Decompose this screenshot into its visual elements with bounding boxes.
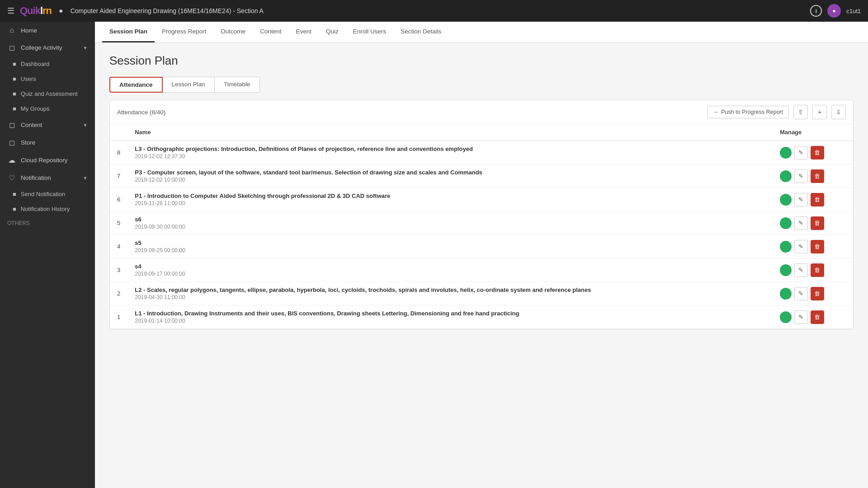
download-button[interactable]: ⇩ <box>831 105 846 119</box>
tab-session-plan[interactable]: Session Plan <box>102 22 155 42</box>
session-name-cell: s52019-09-25 00:00:00 <box>127 235 773 258</box>
cloud-icon: ☁ <box>7 156 16 164</box>
row-number: 3 <box>110 258 127 282</box>
table-row: 7P3 - Computer screen, layout of the sof… <box>110 164 853 188</box>
tab-outcome[interactable]: Outcome <box>213 22 253 42</box>
tab-section-details[interactable]: Section Details <box>393 22 448 42</box>
search-icon[interactable]: ● <box>59 7 63 15</box>
manage-buttons: ✎🗑 <box>780 146 846 160</box>
edit-button[interactable]: ✎ <box>794 263 808 277</box>
subtab-timetable[interactable]: Timetable <box>214 77 260 93</box>
sidebar-notification-label: Notification <box>21 174 78 181</box>
sidebar-college-activity[interactable]: ◻ College Activity ▼ <box>0 39 95 56</box>
edit-button[interactable]: ✎ <box>794 216 808 230</box>
page-title: Session Plan <box>109 54 854 68</box>
subtab-attendance[interactable]: Attendance <box>109 77 163 93</box>
status-indicator[interactable] <box>780 217 792 229</box>
delete-button[interactable]: 🗑 <box>811 216 824 230</box>
send-icon: ■ <box>13 191 16 197</box>
logo: Quiklrn <box>20 5 52 17</box>
delete-button[interactable]: 🗑 <box>811 193 824 206</box>
sidebar-notification[interactable]: ♡ Notification ▼ <box>0 169 95 187</box>
edit-button[interactable]: ✎ <box>794 287 808 300</box>
content-chevron-icon: ▼ <box>83 122 88 128</box>
avatar[interactable]: ● <box>827 4 841 18</box>
edit-button[interactable]: ✎ <box>794 240 808 253</box>
manage-cell: ✎🗑 <box>773 188 853 211</box>
status-indicator[interactable] <box>780 147 792 159</box>
delete-button[interactable]: 🗑 <box>811 263 824 277</box>
tab-event[interactable]: Event <box>288 22 319 42</box>
session-date: 2019-12-02 12:37:30 <box>135 153 765 160</box>
quiz-icon: ■ <box>13 90 16 97</box>
delete-button[interactable]: 🗑 <box>811 240 824 253</box>
sidebar-content[interactable]: ◻ Content ▼ <box>0 116 95 134</box>
manage-buttons: ✎🗑 <box>780 263 846 277</box>
sidebar-item-store[interactable]: ◻ Store <box>0 134 95 151</box>
delete-button[interactable]: 🗑 <box>811 169 824 183</box>
subtab-lesson-plan[interactable]: Lesson Plan <box>162 77 215 93</box>
logo-quik: Quik <box>20 5 40 16</box>
sidebar-item-cloud[interactable]: ☁ Cloud Repository <box>0 151 95 169</box>
manage-buttons: ✎🗑 <box>780 216 846 230</box>
attendance-header: Attendance (8/40) → Push to Progress Rep… <box>110 100 853 124</box>
tab-content[interactable]: Content <box>253 22 288 42</box>
edit-button[interactable]: ✎ <box>794 193 808 206</box>
manage-buttons: ✎🗑 <box>780 310 846 324</box>
manage-buttons: ✎🗑 <box>780 287 846 300</box>
sidebar-item-home[interactable]: ⌂ Home <box>0 22 95 39</box>
status-indicator[interactable] <box>780 288 792 300</box>
manage-cell: ✎🗑 <box>773 305 853 329</box>
layout: ⌂ Home ◻ College Activity ▼ ■ Dashboard … <box>0 22 868 488</box>
sidebar-store-label: Store <box>21 139 88 146</box>
session-name: P1 - Introduction to Computer Aided Sket… <box>135 192 765 199</box>
sidebar-others: Others <box>0 216 95 230</box>
delete-button[interactable]: 🗑 <box>811 287 824 300</box>
row-number: 5 <box>110 211 127 235</box>
manage-cell: ✎🗑 <box>773 258 853 282</box>
hamburger-icon[interactable]: ☰ <box>7 6 14 16</box>
sidebar-item-users[interactable]: ■ Users <box>0 71 95 86</box>
info-icon[interactable]: i <box>810 5 822 17</box>
status-indicator[interactable] <box>780 194 792 206</box>
sidebar-item-mygroups[interactable]: ■ My Groups <box>0 101 95 116</box>
session-name: L3 - Orthographic projections: Introduct… <box>135 145 765 152</box>
col-num-header <box>110 124 127 141</box>
session-date: 2019-12-02 10:00:00 <box>135 177 765 183</box>
session-date: 2019-04-30 11:00:00 <box>135 294 765 300</box>
push-to-progress-report-button[interactable]: → Push to Progress Report <box>707 106 789 118</box>
table-row: 4s52019-09-25 00:00:00✎🗑 <box>110 235 853 258</box>
sidebar-item-notification-history[interactable]: ■ Notification History <box>0 202 95 216</box>
page-content: Session Plan Attendance Lesson Plan Time… <box>95 43 868 488</box>
sidebar-item-dashboard[interactable]: ■ Dashboard <box>0 56 95 71</box>
session-name-cell: P1 - Introduction to Computer Aided Sket… <box>127 188 773 211</box>
row-number: 8 <box>110 141 127 164</box>
session-name-cell: L1 - Introduction, Drawing Instruments a… <box>127 305 773 329</box>
groups-icon: ■ <box>13 105 16 112</box>
session-date: 2019-09-17 00:00:00 <box>135 271 765 277</box>
push-arrow-icon: → <box>713 109 719 115</box>
tab-enroll-users[interactable]: Enroll Users <box>346 22 394 42</box>
tab-progress-report[interactable]: Progress Report <box>155 22 213 42</box>
edit-button[interactable]: ✎ <box>794 310 808 324</box>
sidebar-item-send-notification[interactable]: ■ Send Notification <box>0 187 95 202</box>
upload-button[interactable]: ⇧ <box>793 105 808 119</box>
status-indicator[interactable] <box>780 170 792 182</box>
table-row: 2L2 - Scales, regular polygons, tangents… <box>110 282 853 305</box>
status-indicator[interactable] <box>780 241 792 253</box>
status-indicator[interactable] <box>780 311 792 323</box>
edit-button[interactable]: ✎ <box>794 169 808 183</box>
logo-lrn: rn <box>42 5 52 16</box>
row-number: 4 <box>110 235 127 258</box>
delete-button[interactable]: 🗑 <box>811 146 824 160</box>
sidebar-item-quiz[interactable]: ■ Quiz and Assessment <box>0 86 95 101</box>
edit-button[interactable]: ✎ <box>794 146 808 160</box>
tab-quiz[interactable]: Quiz <box>319 22 346 42</box>
table-row: 3s42019-09-17 00:00:00✎🗑 <box>110 258 853 282</box>
status-indicator[interactable] <box>780 264 792 276</box>
table-row: 8L3 - Orthographic projections: Introduc… <box>110 141 853 164</box>
add-button[interactable]: + <box>812 105 827 119</box>
delete-button[interactable]: 🗑 <box>811 310 824 324</box>
session-name-cell: s42019-09-17 00:00:00 <box>127 258 773 282</box>
sidebar-content-label: Content <box>21 122 78 128</box>
